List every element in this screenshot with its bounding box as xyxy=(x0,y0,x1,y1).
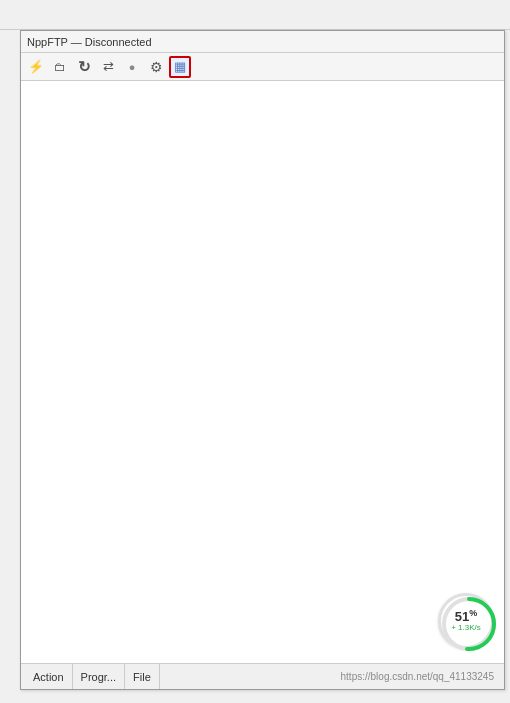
panel-title: NppFTP — Disconnected xyxy=(27,36,152,48)
panel-toolbar: ⚡ 🗀 ↻ ⇄ ● ⚙ ▦ xyxy=(21,53,504,81)
progress-circle-container: 51% + 1.3K/s xyxy=(438,593,494,649)
connect-icon: ⚡ xyxy=(28,59,44,74)
panel-statusbar: Action Progr... File https://blog.csdn.n… xyxy=(21,663,504,689)
folder-icon: 🗀 xyxy=(54,60,66,74)
panel-content xyxy=(21,81,504,663)
status-tab-file[interactable]: File xyxy=(125,664,160,689)
open-folder-button[interactable]: 🗀 xyxy=(49,56,71,78)
gear-icon: ⚙ xyxy=(150,59,163,75)
status-tab-progress[interactable]: Progr... xyxy=(73,664,125,689)
settings-button[interactable]: ⚙ xyxy=(145,56,167,78)
refresh-icon: ↻ xyxy=(78,58,91,76)
sync-button[interactable]: ⇄ xyxy=(97,56,119,78)
sync-icon: ⇄ xyxy=(103,59,114,74)
plugin-panel: NppFTP — Disconnected ⚡ 🗀 ↻ ⇄ ● ⚙ xyxy=(20,30,505,690)
panel-titlebar: NppFTP — Disconnected xyxy=(21,31,504,53)
stop-icon: ● xyxy=(129,61,136,73)
progress-circle: 51% + 1.3K/s xyxy=(438,593,494,649)
status-url: https://blog.csdn.net/qq_41133245 xyxy=(341,671,500,682)
outer-window: NppFTP — Disconnected ⚡ 🗀 ↻ ⇄ ● ⚙ xyxy=(0,0,510,703)
connect-button[interactable]: ⚡ xyxy=(25,56,47,78)
queue-icon: ▦ xyxy=(174,59,186,74)
status-tab-action[interactable]: Action xyxy=(25,664,73,689)
queue-button[interactable]: ▦ xyxy=(169,56,191,78)
stop-button[interactable]: ● xyxy=(121,56,143,78)
progress-percent: 51% xyxy=(455,609,477,623)
progress-speed: + 1.3K/s xyxy=(451,623,481,633)
top-bar xyxy=(0,0,510,30)
refresh-button[interactable]: ↻ xyxy=(73,56,95,78)
